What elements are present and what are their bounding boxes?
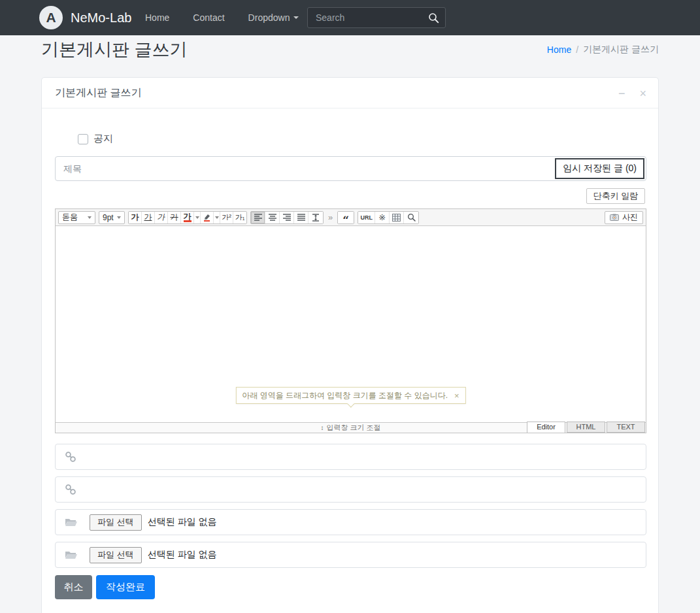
link-input-2[interactable] <box>88 484 637 495</box>
font-size-select[interactable]: 9pt <box>99 211 125 224</box>
insert-button-group: URL ※ <box>358 211 419 224</box>
write-post-panel: 기본게시판 글쓰기 − × 공지 임시 저장된 글 (0) 단축키 일람 돋움 … <box>41 77 659 613</box>
blockquote-button[interactable]: “ <box>338 212 354 224</box>
page-title: 기본게시판 글쓰기 <box>41 38 188 61</box>
align-center-button[interactable] <box>265 212 280 224</box>
file-row-1: 파일 선택 선택된 파일 없음 <box>55 509 646 535</box>
editor-mode-tabs: Editor HTML TEXT <box>527 422 645 433</box>
line-height-button[interactable] <box>308 212 323 224</box>
link-row-2 <box>55 476 646 503</box>
link-icon <box>65 484 76 495</box>
bold-glyph: 가 <box>131 212 139 223</box>
saved-drafts-button[interactable]: 임시 저장된 글 (0) <box>555 158 644 179</box>
editor-toolbar: 돋움 9pt 가 가 가 가 가 <box>56 209 646 226</box>
file-status-2: 선택된 파일 없음 <box>148 549 217 561</box>
align-button-group <box>250 211 324 224</box>
url-label: URL <box>360 214 373 221</box>
file-select-button-1[interactable]: 파일 선택 <box>90 514 142 531</box>
link-icon <box>65 451 76 463</box>
brand-name[interactable]: NeMo-Lab <box>71 0 131 35</box>
smart-editor: 돋움 9pt 가 가 가 가 가 <box>55 208 646 433</box>
line-height-icon <box>312 214 320 222</box>
nav-dropdown-label: Dropdown <box>248 12 290 23</box>
align-right-button[interactable] <box>280 212 294 224</box>
notice-label: 공지 <box>93 133 113 145</box>
subscript-button[interactable]: 가₁ <box>233 212 246 224</box>
strikethrough-button[interactable]: 가 <box>168 212 181 224</box>
font-color-dropdown[interactable] <box>194 212 201 224</box>
align-left-button[interactable] <box>251 212 265 224</box>
font-family-value: 돋움 <box>62 212 78 223</box>
resize-arrow-icon: ↕ <box>320 424 324 431</box>
shortcuts-button[interactable]: 단축키 일람 <box>586 188 645 204</box>
format-button-group: 가 가 가 가 가 <box>128 211 247 224</box>
file-select-button-2[interactable]: 파일 선택 <box>90 547 142 563</box>
underline-glyph: 가 <box>144 212 152 223</box>
nav-item-home[interactable]: Home <box>145 12 169 23</box>
camera-icon <box>610 214 619 221</box>
resize-handle-label: 입력창 크기 조절 <box>326 423 380 433</box>
breadcrumb-current: 기본게시판 글쓰기 <box>583 44 659 56</box>
search-icon <box>407 213 416 222</box>
nav-item-contact[interactable]: Contact <box>193 12 224 23</box>
panel-header: 기본게시판 글쓰기 − × <box>42 78 658 108</box>
title-row: 임시 저장된 글 (0) <box>55 156 646 181</box>
find-replace-button[interactable] <box>404 212 418 224</box>
chevron-down-icon <box>293 16 299 19</box>
tab-editor[interactable]: Editor <box>527 422 565 433</box>
folder-icon <box>65 550 78 560</box>
align-center-icon <box>269 214 276 221</box>
quote-icon: “ <box>342 217 349 224</box>
submit-button[interactable]: 작성완료 <box>96 575 155 599</box>
special-char-icon: ※ <box>378 212 386 222</box>
highlighter-icon <box>203 213 211 222</box>
chevron-down-icon <box>117 216 121 219</box>
file-status-1: 선택된 파일 없음 <box>148 516 217 528</box>
nav-item-dropdown[interactable]: Dropdown <box>248 12 299 23</box>
align-left-icon <box>254 214 262 221</box>
bold-button[interactable]: 가 <box>129 212 142 224</box>
tab-text[interactable]: TEXT <box>607 422 645 433</box>
chevron-down-icon <box>195 216 199 219</box>
panel-tools: − × <box>618 78 646 108</box>
search-icon[interactable] <box>428 12 439 26</box>
superscript-button[interactable]: 가² <box>220 212 233 224</box>
photo-upload-button[interactable]: 사진 <box>605 211 643 224</box>
strike-glyph: 가 <box>171 212 178 223</box>
font-size-value: 9pt <box>103 213 114 222</box>
align-justify-icon <box>297 214 305 221</box>
underline-button[interactable]: 가 <box>142 212 155 224</box>
tooltip-close-icon[interactable]: × <box>454 391 459 401</box>
toolbar-more-button[interactable]: » <box>327 212 334 222</box>
close-icon[interactable]: × <box>639 88 646 99</box>
notice-checkbox[interactable] <box>78 134 88 144</box>
quote-group: “ <box>337 211 354 224</box>
link-row-1 <box>55 444 646 470</box>
special-char-button[interactable]: ※ <box>375 212 390 224</box>
breadcrumb-separator: / <box>576 44 578 55</box>
chevron-down-icon <box>215 216 219 219</box>
breadcrumb-home-link[interactable]: Home <box>547 44 571 55</box>
insert-table-button[interactable] <box>390 212 404 224</box>
font-family-select[interactable]: 돋움 <box>58 211 95 224</box>
highlight-color-button[interactable] <box>201 212 214 224</box>
subscript-glyph: 가₁ <box>235 212 245 222</box>
align-justify-button[interactable] <box>294 212 308 224</box>
nav-links: Home Contact Dropdown <box>145 0 299 35</box>
insert-url-button[interactable]: URL <box>358 212 375 224</box>
brand-logo-icon[interactable]: A <box>39 6 63 29</box>
italic-button[interactable]: 가 <box>155 212 168 224</box>
resize-tooltip: 아래 영역을 드래그하여 입력창 크기를 조절할 수 있습니다. × <box>235 387 465 404</box>
font-color-glyph: 가 <box>184 213 192 222</box>
link-input-1[interactable] <box>88 452 637 462</box>
search-input[interactable] <box>308 8 445 27</box>
folder-icon <box>65 517 78 527</box>
highlight-color-dropdown[interactable] <box>214 212 220 224</box>
chevron-down-icon <box>88 216 92 219</box>
notice-row: 공지 <box>78 133 113 145</box>
font-color-button[interactable]: 가 <box>181 212 194 224</box>
cancel-button[interactable]: 취소 <box>55 575 92 599</box>
tab-html[interactable]: HTML <box>567 422 605 433</box>
navbar-search <box>307 7 446 28</box>
minimize-icon[interactable]: − <box>618 88 625 99</box>
